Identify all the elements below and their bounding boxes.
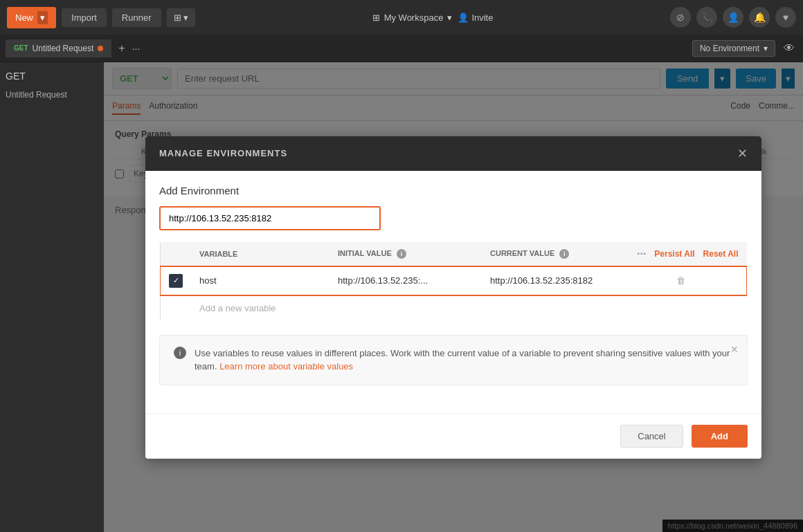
th-variable: VARIABLE: [191, 241, 330, 266]
reset-all-button[interactable]: Reset All: [703, 249, 739, 259]
initial-value-info-icon[interactable]: i: [397, 249, 406, 259]
search-icon[interactable]: ⊘: [670, 7, 691, 28]
row-current-value[interactable]: http://106.13.52.235:8182: [482, 266, 615, 295]
new-dropdown-arrow[interactable]: ▾: [37, 11, 48, 24]
modal-title: MANAGE ENVIRONMENTS: [159, 148, 287, 158]
row-delete-action[interactable]: 🗑: [615, 266, 747, 295]
heart-icon[interactable]: ♥: [775, 7, 796, 28]
manage-environments-modal: MANAGE ENVIRONMENTS ✕ Add Environment: [145, 136, 761, 459]
navbar: New ▾ Import Runner ⊞ ▾ ⊞ My Workspace ▾…: [0, 0, 803, 35]
current-value-info-icon[interactable]: i: [559, 249, 569, 259]
main-area: GET Untitled Request GET POST PUT DELETE…: [0, 62, 803, 532]
variable-row: ✓ host http://106.13.52.235:... http://1…: [160, 266, 747, 295]
env-dropdown-icon: ▾: [764, 44, 768, 53]
th-initial-value: INITIAL VALUE i: [330, 241, 482, 266]
th-checkbox: [160, 241, 191, 266]
environment-selector[interactable]: No Environment ▾: [692, 40, 775, 57]
row-checkbox-cell[interactable]: ✓: [160, 266, 191, 295]
invite-label: Invite: [471, 12, 493, 23]
cancel-button[interactable]: Cancel: [620, 425, 683, 448]
env-eye-icon[interactable]: 👁: [781, 39, 797, 57]
bell-icon[interactable]: 🔔: [749, 7, 770, 28]
left-panel: GET Untitled Request: [0, 62, 104, 532]
add-tab-button[interactable]: +: [114, 42, 129, 55]
invite-button[interactable]: 👤 Invite: [458, 12, 493, 23]
untitled-request-label: Untitled Request: [6, 90, 98, 100]
variables-table: VARIABLE INITIAL VALUE i CURRENT VALUE i: [159, 241, 748, 321]
workspace-dropdown-icon: ▾: [447, 12, 452, 23]
learn-more-link[interactable]: Learn more about variable values: [219, 361, 353, 372]
modal-body: Add Environment VARIABLE: [145, 171, 761, 413]
modal-close-button[interactable]: ✕: [737, 146, 748, 161]
persist-all-button[interactable]: Persist All: [654, 249, 694, 259]
modal-header: MANAGE ENVIRONMENTS ✕: [145, 136, 761, 171]
tab-unsaved-indicator: [98, 46, 103, 51]
tab-method-badge: GET: [14, 44, 28, 52]
user-icon[interactable]: 👤: [723, 7, 743, 28]
table-more-icon[interactable]: ···: [637, 248, 646, 260]
info-icon: i: [174, 347, 186, 359]
workspace-button[interactable]: ⊞ My Workspace ▾: [372, 12, 453, 23]
environment-name-input[interactable]: [159, 206, 381, 230]
modal-footer: Cancel Add: [145, 413, 761, 459]
request-tab[interactable]: GET Untitled Request: [6, 39, 111, 57]
tab-more-button[interactable]: ···: [132, 43, 141, 54]
tab-bar: GET Untitled Request + ··· No Environmen…: [0, 35, 803, 62]
info-box: i Use variables to reuse values in diffe…: [159, 335, 748, 385]
import-button[interactable]: Import: [62, 8, 107, 27]
info-text: Use variables to reuse values in differe…: [195, 347, 733, 374]
info-close-button[interactable]: ✕: [730, 344, 739, 355]
workspace-grid-icon: ⊞: [372, 12, 380, 23]
workspace-label: My Workspace: [384, 12, 444, 23]
table-header: VARIABLE INITIAL VALUE i CURRENT VALUE i: [160, 241, 747, 266]
env-name: No Environment: [700, 44, 759, 53]
new-window-button[interactable]: ⊞ ▾: [167, 8, 196, 27]
row-variable-name[interactable]: host: [191, 266, 330, 295]
checkbox-checked: ✓: [169, 274, 183, 288]
new-label: New: [15, 12, 33, 23]
th-actions: ··· Persist All Reset All: [615, 241, 747, 266]
invite-person-icon: 👤: [458, 12, 469, 23]
th-current-value: CURRENT VALUE i: [482, 241, 615, 266]
row-initial-value[interactable]: http://106.13.52.235:...: [330, 266, 482, 295]
add-variable-row: Add a new variable: [160, 295, 747, 321]
add-environment-title: Add Environment: [159, 185, 748, 196]
sidebar-title: GET: [6, 71, 98, 82]
phone-icon[interactable]: 📞: [696, 7, 717, 28]
modal-overlay: MANAGE ENVIRONMENTS ✕ Add Environment: [104, 62, 803, 532]
add-row-checkbox: [160, 295, 191, 321]
add-variable-label[interactable]: Add a new variable: [191, 295, 747, 321]
content-area: GET POST PUT DELETE Send ▾ Save ▾ Params…: [104, 62, 803, 532]
tab-name: Untitled Request: [33, 44, 94, 53]
add-button[interactable]: Add: [692, 425, 748, 448]
runner-button[interactable]: Runner: [112, 8, 161, 27]
new-button[interactable]: New ▾: [7, 7, 56, 28]
nav-right-icons: ⊘ 📞 👤 🔔 ♥: [670, 7, 796, 28]
